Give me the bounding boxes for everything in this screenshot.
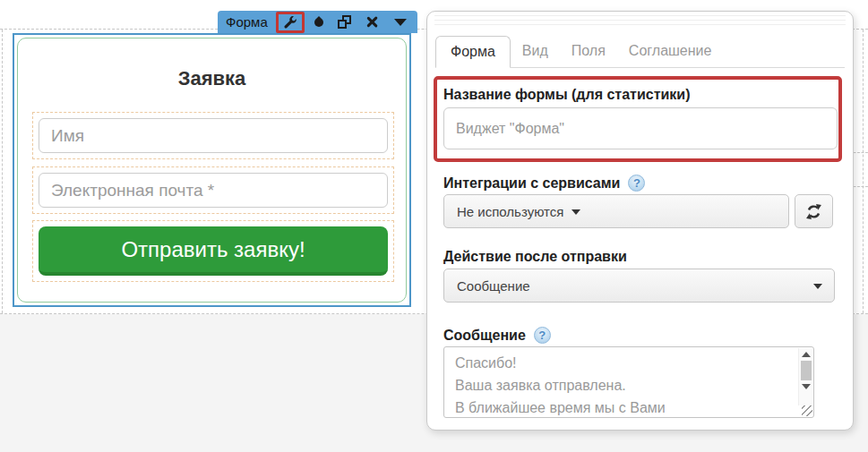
integrations-dropdown[interactable]: Не используются — [443, 194, 789, 228]
message-label-text: Сообщение — [443, 328, 526, 344]
name-field[interactable] — [39, 118, 388, 153]
after-submit-value: Сообщение — [457, 278, 530, 294]
clone-icon — [338, 15, 351, 29]
form-preview-title: Заявка — [14, 67, 409, 90]
scrollbar-thumb[interactable] — [801, 361, 812, 380]
droplet-icon — [313, 15, 325, 28]
widget-boundary-right — [863, 30, 864, 313]
message-line: Спасибо! — [455, 352, 803, 374]
message-line: В ближайшее время мы с Вами — [455, 397, 803, 418]
widget-toolbar-title: Форма — [226, 14, 268, 30]
message-label: Сообщение — [443, 327, 551, 344]
refresh-integrations-button[interactable] — [795, 194, 833, 228]
resize-handle-icon[interactable] — [802, 405, 812, 416]
caret-down-icon — [813, 284, 822, 289]
panel-grip-lines — [434, 15, 846, 27]
more-button[interactable] — [386, 19, 407, 26]
message-line: Ваша заявка отправлена. — [455, 374, 803, 397]
scroll-down-icon[interactable] — [802, 384, 811, 389]
wrench-icon[interactable] — [283, 15, 297, 30]
page: Форма Заявка Отправить заявку! — [0, 0, 868, 452]
tab-soglashenie[interactable]: Соглашение — [617, 35, 724, 67]
annotation-highlight-wrench — [276, 12, 305, 33]
settings-panel: Форма Вид Поля Соглашение Название формы… — [426, 11, 854, 431]
form-name-label: Название формы (для статистики) — [443, 87, 691, 103]
style-button[interactable] — [309, 18, 331, 27]
close-icon — [366, 16, 378, 28]
help-icon[interactable] — [534, 327, 551, 344]
wrench-icon-glyph — [283, 15, 297, 30]
refresh-icon — [805, 203, 822, 220]
form-name-input[interactable] — [443, 107, 838, 149]
help-icon[interactable] — [628, 175, 645, 192]
field-wrapper-submit: Отправить заявку! — [32, 220, 394, 282]
scroll-up-icon[interactable] — [802, 352, 811, 357]
clone-button[interactable] — [331, 15, 358, 29]
after-submit-label: Действие после отправки — [443, 249, 627, 265]
field-wrapper-name — [32, 112, 394, 159]
form-widget-selection[interactable]: Заявка Отправить заявку! — [13, 33, 411, 307]
integrations-label: Интеграции с сервисами — [443, 175, 645, 192]
settings-tabs: Форма Вид Поля Соглашение — [435, 36, 845, 68]
message-textarea[interactable]: Спасибо! Ваша заявка отправлена. В ближа… — [443, 346, 814, 418]
integrations-label-text: Интеграции с сервисами — [443, 175, 620, 192]
scrollbar[interactable] — [798, 348, 812, 405]
after-submit-select[interactable]: Сообщение — [443, 269, 835, 303]
delete-button[interactable] — [358, 16, 386, 28]
caret-down-icon — [572, 209, 580, 215]
tab-forma[interactable]: Форма — [435, 36, 511, 68]
submit-button[interactable]: Отправить заявку! — [39, 226, 388, 276]
widget-toolbar: Форма — [218, 11, 417, 33]
message-text: Спасибо! Ваша заявка отправлена. В ближа… — [444, 347, 813, 418]
email-field[interactable] — [39, 173, 388, 208]
tab-vid[interactable]: Вид — [511, 35, 560, 67]
tab-polya[interactable]: Поля — [560, 35, 617, 67]
widget-boundary-left — [2, 30, 3, 313]
integrations-dropdown-value: Не используются — [457, 204, 563, 219]
field-wrapper-email — [32, 166, 394, 214]
caret-down-icon — [394, 19, 407, 26]
